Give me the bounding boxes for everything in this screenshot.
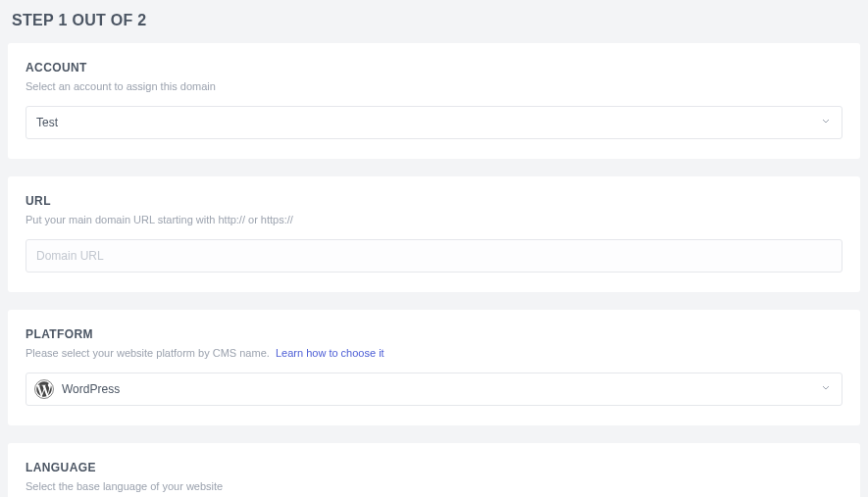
url-title: URL: [26, 194, 842, 208]
chevron-down-icon: [820, 382, 832, 397]
account-desc: Select an account to assign this domain: [26, 80, 842, 92]
url-card: URL Put your main domain URL starting wi…: [8, 176, 860, 292]
url-input[interactable]: [26, 239, 842, 273]
platform-title: PLATFORM: [26, 327, 842, 341]
platform-desc: Please select your website platform by C…: [26, 347, 842, 359]
account-select[interactable]: Test: [26, 106, 842, 139]
step-title: STEP 1 OUT OF 2: [8, 8, 860, 43]
language-desc: Select the base language of your website: [26, 480, 842, 492]
platform-select-value: WordPress: [62, 382, 812, 396]
url-desc: Put your main domain URL starting with h…: [26, 214, 842, 225]
platform-desc-text: Please select your website platform by C…: [26, 347, 270, 359]
account-title: ACCOUNT: [26, 61, 842, 75]
language-title: LANGUAGE: [26, 461, 842, 474]
account-select-value: Test: [36, 116, 812, 129]
language-card: LANGUAGE Select the base language of you…: [8, 443, 860, 497]
wordpress-icon: [34, 379, 54, 399]
platform-card: PLATFORM Please select your website plat…: [8, 310, 860, 425]
platform-learn-link[interactable]: Learn how to choose it: [276, 347, 384, 359]
account-card: ACCOUNT Select an account to assign this…: [8, 43, 860, 159]
platform-select[interactable]: WordPress: [26, 373, 842, 406]
chevron-down-icon: [820, 116, 832, 130]
